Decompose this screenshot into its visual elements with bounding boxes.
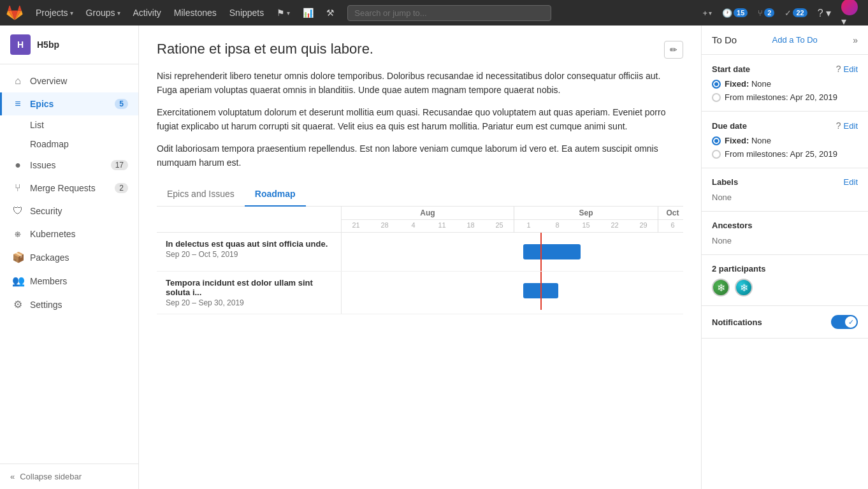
notifications-title: Notifications xyxy=(712,317,762,327)
due-date-milestone: From milestones: Apr 25, 2019 xyxy=(712,149,858,159)
notifications-toggle[interactable]: ✓ xyxy=(831,315,858,329)
tab-epics-and-issues[interactable]: Epics and Issues xyxy=(157,182,245,207)
participant-avatar-2[interactable]: ❄ xyxy=(735,279,753,296)
sidebar-item-list[interactable]: List xyxy=(0,115,138,135)
roadmap-row-1: In delectus est quas aut sint officia un… xyxy=(157,233,683,272)
roadmap-row-2: Tempora incidunt est dolor ullam sint so… xyxy=(157,272,683,314)
collapse-sidebar-button[interactable]: « Collapse sidebar xyxy=(0,463,138,489)
sidebar-item-issues[interactable]: ● Issues 17 xyxy=(0,154,138,177)
description-3: Odit laboriosam tempora praesentium repe… xyxy=(157,142,683,170)
chevron-down-icon: ▾ xyxy=(841,16,846,27)
ancestors-value: None xyxy=(712,236,732,245)
nav-snippets[interactable]: Snippets xyxy=(224,5,269,20)
row1-bar xyxy=(523,244,581,259)
sidebar-item-roadmap[interactable]: Roadmap xyxy=(0,135,138,154)
project-header[interactable]: H H5bp xyxy=(0,26,138,64)
issues-icon: ● xyxy=(12,159,24,171)
sidebar-item-security[interactable]: 🛡 Security xyxy=(0,200,138,223)
labels-section: Labels Edit None xyxy=(702,168,868,212)
due-date-section: Due date ? Edit Fixed: None From milesto… xyxy=(702,112,868,168)
start-date-title: Start date xyxy=(712,64,750,74)
package-icon: 📦 xyxy=(12,251,24,263)
participants-list: ❄ ❄ xyxy=(712,279,858,296)
start-fixed-radio[interactable] xyxy=(712,80,721,89)
labels-value: None xyxy=(712,193,732,202)
participants-title: 2 participants xyxy=(712,264,766,274)
labels-title: Labels xyxy=(712,177,738,187)
labels-edit-link[interactable]: Edit xyxy=(844,177,858,187)
roadmap-container: Aug 21 28 4 11 18 25 Sep xyxy=(157,207,683,314)
row1-date: Sep 20 – Oct 5, 2019 xyxy=(166,250,332,259)
kubernetes-icon: ⎈ xyxy=(12,228,24,240)
collapse-icon: « xyxy=(10,472,15,481)
start-date-fixed: Fixed: None xyxy=(712,79,858,89)
help-icon-2: ? xyxy=(836,120,841,131)
start-date-milestone: From milestones: Apr 20, 2019 xyxy=(712,92,858,102)
panel-header: To Do Add a To Do » xyxy=(702,26,868,55)
description-1: Nisi reprehenderit libero tenetur omnis … xyxy=(157,69,683,98)
start-date-section: Start date ? Edit Fixed: None From miles… xyxy=(702,55,868,112)
row2-title: Tempora incidunt est dolor ullam sint so… xyxy=(166,278,332,297)
month-aug: Aug 21 28 4 11 18 25 xyxy=(342,207,514,232)
today-line-2 xyxy=(540,272,542,310)
epics-submenu: List Roadmap xyxy=(0,115,138,154)
shield-icon: 🛡 xyxy=(12,205,24,217)
participant-avatar-1[interactable]: ❄ xyxy=(712,279,730,296)
sidebar-item-epics[interactable]: ≡ Epics 5 xyxy=(0,92,138,115)
nav-milestones[interactable]: Milestones xyxy=(169,5,222,20)
user-avatar-button[interactable]: ▾ xyxy=(837,0,862,30)
start-date-edit-link[interactable]: Edit xyxy=(844,64,858,74)
notifications-section: Notifications ✓ xyxy=(702,306,868,339)
due-fixed-radio[interactable] xyxy=(712,136,721,145)
todo-title: To Do xyxy=(712,34,737,45)
sidebar-item-kubernetes[interactable]: ⎈ Kubernetes xyxy=(0,223,138,245)
nav-analytics[interactable]: 📊 xyxy=(298,5,319,20)
due-date-fixed: Fixed: None xyxy=(712,136,858,145)
members-icon: 👥 xyxy=(12,275,24,287)
due-milestone-radio[interactable] xyxy=(712,150,721,159)
nav-merge-badge[interactable]: ⑂ 2 xyxy=(754,6,778,20)
add-todo-link[interactable]: Add a To Do xyxy=(772,35,818,45)
edit-title-button[interactable]: ✏ xyxy=(664,41,683,59)
nav-activity[interactable]: Activity xyxy=(128,5,166,20)
issues-badge: 17 xyxy=(111,160,128,170)
help-icon: ? xyxy=(836,64,841,74)
project-avatar: H xyxy=(10,34,31,55)
nav-check-badge[interactable]: ✓ 22 xyxy=(781,6,811,20)
chevron-down-icon: ▾ xyxy=(826,8,831,18)
description-2: Exercitationem voluptatum dolorum et des… xyxy=(157,105,683,134)
nav-code[interactable]: ⚒ xyxy=(321,5,340,20)
mr-badge: 2 xyxy=(115,183,128,193)
user-avatar xyxy=(841,0,858,15)
tab-roadmap[interactable]: Roadmap xyxy=(245,182,306,207)
sidebar-item-packages[interactable]: 📦 Packages xyxy=(0,245,138,269)
help-button[interactable]: ? ▾ xyxy=(814,4,835,22)
chevron-down-icon: ▾ xyxy=(287,10,290,17)
nav-projects[interactable]: Projects ▾ xyxy=(31,5,78,20)
nav-groups[interactable]: Groups ▾ xyxy=(81,5,126,20)
ancestors-section: Ancestors None xyxy=(702,212,868,255)
sidebar-item-merge-requests[interactable]: ⑂ Merge Requests 2 xyxy=(0,177,138,200)
settings-icon: ⚙ xyxy=(12,298,24,310)
sidebar-item-members[interactable]: 👥 Members xyxy=(0,269,138,293)
month-oct: Oct 6 xyxy=(658,207,683,232)
sidebar-item-settings[interactable]: ⚙ Settings xyxy=(0,293,138,316)
search-container xyxy=(347,5,551,21)
month-sep: Sep 1 8 15 22 29 xyxy=(514,207,658,232)
search-input[interactable] xyxy=(347,5,551,21)
nav-clock-badge[interactable]: 🕐 15 xyxy=(718,6,751,20)
chevron-down-icon: ▾ xyxy=(117,10,120,17)
chevron-down-icon: ▾ xyxy=(70,10,73,17)
today-line xyxy=(540,233,542,271)
due-date-edit-link[interactable]: Edit xyxy=(844,121,858,131)
chevron-down-icon: ▾ xyxy=(709,10,712,17)
nav-plus-button[interactable]: + ▾ xyxy=(698,6,716,20)
start-milestone-radio[interactable] xyxy=(712,93,721,102)
panel-collapse-button[interactable]: » xyxy=(853,35,858,45)
merge-icon: ⑂ xyxy=(12,182,24,194)
sidebar-item-overview[interactable]: ⌂ Overview xyxy=(0,69,138,92)
epics-badge: 5 xyxy=(115,99,128,109)
main-content: Ratione et ipsa et eum quis labore. ✏ Ni… xyxy=(139,26,701,489)
nav-monitor[interactable]: ⚑ ▾ xyxy=(271,5,295,20)
gitlab-logo[interactable] xyxy=(6,4,23,21)
